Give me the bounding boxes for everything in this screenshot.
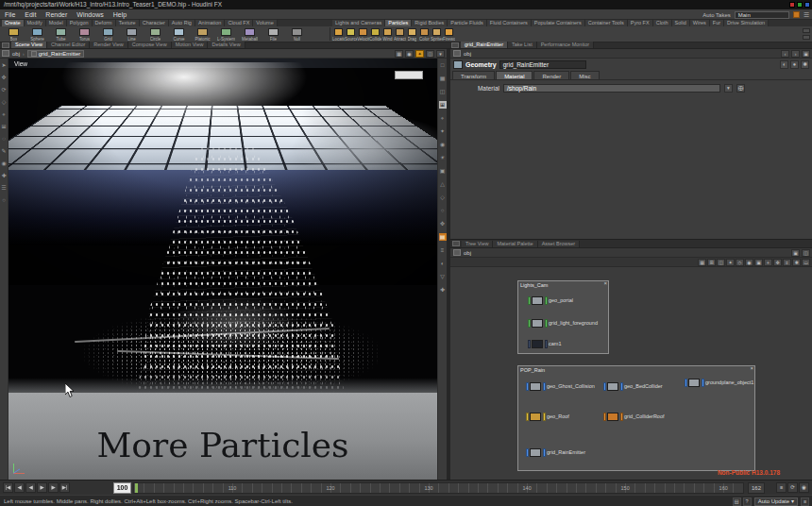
shade-toggle-icon[interactable]: ◐ <box>780 60 788 69</box>
display-flag[interactable] <box>526 448 529 457</box>
shelf-tab-polygon[interactable]: Polygon <box>67 20 93 26</box>
shelf-tab-container-tools[interactable]: Container Tools <box>585 20 628 26</box>
param-tab-transform[interactable]: Transform <box>452 71 495 79</box>
jump-end-button[interactable]: ▶| <box>59 482 70 493</box>
render-flag[interactable] <box>545 319 548 328</box>
node-name-field[interactable]: grid_RainEmitter <box>499 60 586 69</box>
split-icon[interactable]: ◫ <box>802 249 810 257</box>
options-list-icon[interactable]: ≡ <box>439 246 447 254</box>
render-flag[interactable] <box>620 382 623 391</box>
orbit-icon[interactable]: ○ <box>0 196 8 204</box>
shelf-tab-particles[interactable]: Particles <box>385 20 412 26</box>
path-item-obj[interactable]: obj <box>12 51 20 57</box>
visibility-button[interactable]: ◫ <box>426 50 434 58</box>
menu-render[interactable]: Render <box>45 11 67 18</box>
camera-icon[interactable]: ◉ <box>439 141 447 148</box>
shelf-scroll-up-icon[interactable] <box>803 28 810 33</box>
pane-tab-take-list[interactable]: Take List <box>508 42 537 48</box>
shelf-tab-cloud-fx[interactable]: Cloud FX <box>225 20 253 26</box>
tool-tube[interactable]: Tube <box>49 27 73 42</box>
split-view-icon[interactable]: ◫ <box>439 88 447 95</box>
tool-sprites[interactable]: Sprites <box>431 27 443 42</box>
network-box-lights-cam[interactable]: Lights_Cam×geo_portalgrid_light_foregrou… <box>517 280 609 354</box>
display-flag[interactable] <box>526 382 529 391</box>
pane-tab-scene-view[interactable]: Scene View <box>11 42 47 48</box>
star-icon[interactable]: ✦ <box>726 259 735 266</box>
shelf-tab-populate-containers[interactable]: Populate Containers <box>532 20 585 26</box>
shelf-tab-model[interactable]: Model <box>46 20 67 26</box>
shelf-tab-drive-simulation[interactable]: Drive Simulation <box>724 20 769 26</box>
render-flag[interactable] <box>543 448 546 457</box>
menu-file[interactable]: File <box>5 11 15 18</box>
display-flag[interactable] <box>528 340 531 348</box>
shelf-tab-deform[interactable]: Deform <box>93 20 116 26</box>
tool-drag[interactable]: Drag <box>406 27 418 42</box>
network-box-pop-rain[interactable]: POP_Rain×geo_Ghost_Collisiongeo_BedColli… <box>517 365 755 471</box>
minimize-button[interactable] <box>797 2 803 8</box>
tool-grid[interactable]: Grid <box>96 27 120 42</box>
maximize-button[interactable] <box>804 2 810 8</box>
grid-snap-icon[interactable]: ▦ <box>698 259 706 266</box>
snapshot-icon[interactable]: ⊞ <box>439 101 447 109</box>
shelf-tab-animation[interactable]: Animation <box>195 20 225 26</box>
tool-platonic[interactable]: Platonic <box>191 27 214 42</box>
close-button[interactable] <box>789 2 795 8</box>
node-cam1[interactable]: cam1 <box>528 339 561 348</box>
shelf-tab-volume[interactable]: Volume <box>253 20 277 26</box>
gear-icon[interactable]: ✱ <box>801 60 809 69</box>
shape-icon[interactable]: ◇ <box>736 259 744 266</box>
op-chooser-icon[interactable]: ▾ <box>724 84 733 93</box>
display-flag[interactable] <box>603 413 606 421</box>
parameters-path[interactable]: obj <box>464 51 471 57</box>
display-flag[interactable] <box>603 382 606 391</box>
shelf-tab-auto-rig[interactable]: Auto Rig <box>169 20 195 26</box>
down-icon[interactable]: ▽ <box>439 273 447 280</box>
pane-menu-icon[interactable] <box>2 42 9 48</box>
path-item-grid-rainemitter[interactable]: grid_RainEmitter <box>27 50 85 58</box>
shelf-tab-rigid-bodies[interactable]: Rigid Bodies <box>412 20 448 26</box>
display-flag[interactable] <box>528 319 531 328</box>
close-icon[interactable]: × <box>603 280 607 286</box>
pin-icon[interactable]: ▣ <box>791 249 800 257</box>
tool-curve[interactable]: Curve <box>167 27 191 42</box>
tool-file[interactable]: File <box>262 27 285 42</box>
node-grid-colliderroof[interactable]: grid_ColliderRoof <box>603 412 665 421</box>
shelf-tab-character[interactable]: Character <box>140 20 169 26</box>
playback-options-button[interactable]: ≡ <box>776 482 787 493</box>
tool-circle[interactable]: Circle <box>144 27 167 42</box>
translate-icon[interactable]: ✥ <box>0 74 8 81</box>
tool-torus[interactable]: Torus <box>73 27 96 42</box>
walk-icon[interactable]: ☰ <box>0 184 8 192</box>
grid-icon[interactable]: ▦ <box>439 75 447 82</box>
lasso-icon[interactable]: ◌ <box>0 135 8 143</box>
node-groundplane-object1[interactable]: groundplane_object1 <box>685 378 753 387</box>
pane-tab-performance-monitor[interactable]: Performance Monitor <box>537 42 594 48</box>
tool-color[interactable]: Color <box>418 27 431 42</box>
end-frame-field[interactable]: 162 <box>748 482 765 494</box>
render-flag[interactable] <box>620 413 623 421</box>
layout-icon[interactable]: □ <box>439 61 447 69</box>
network-canvas[interactable]: Lights_Cam×geo_portalgrid_light_foregrou… <box>450 267 812 480</box>
tool-line[interactable]: Line <box>120 27 144 42</box>
pane-link-icon[interactable] <box>453 50 461 57</box>
viewport-3d-canvas[interactable]: View More Particles <box>8 59 437 480</box>
open-floating-icon[interactable]: ⨁ <box>736 84 745 93</box>
snap-icon[interactable]: ⊞ <box>0 123 8 130</box>
tool-velocity[interactable]: Velocity <box>357 27 369 42</box>
tool-box[interactable]: Box <box>2 27 25 42</box>
menu-edit[interactable]: Edit <box>25 11 36 18</box>
node-geo-ghost-collision[interactable]: geo_Ghost_Collision <box>526 381 595 391</box>
target-icon[interactable]: ⌖ <box>439 114 447 122</box>
tool-null[interactable]: Null <box>285 27 309 42</box>
param-tab-render[interactable]: Render <box>533 71 569 79</box>
shadow-icon[interactable]: ◐ <box>439 260 447 267</box>
network-path[interactable]: obj <box>464 250 471 256</box>
render-flag[interactable] <box>543 413 546 421</box>
visibility-icon[interactable]: ◉ <box>745 259 753 266</box>
node-geo-roof[interactable]: geo_Roof <box>526 412 569 421</box>
pin-icon[interactable]: ▣ <box>802 50 810 58</box>
shelf-tab-texture[interactable]: Texture <box>116 20 140 26</box>
shelf-tab-wires[interactable]: Wires <box>690 20 710 26</box>
shelf-tab-fluid-containers[interactable]: Fluid Containers <box>487 20 532 26</box>
play-reverse-button[interactable]: ◀ <box>25 482 36 493</box>
